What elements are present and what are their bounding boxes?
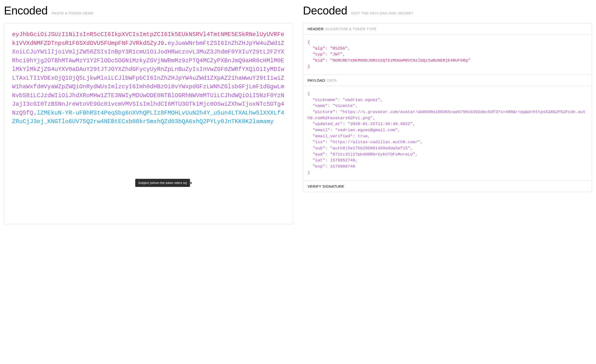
encoded-token-box[interactable]: eyJhbGciOiJSUzI1NiIsInR5cCI6IkpXVCIsImtp…: [4, 23, 293, 224]
decoded-hint: EDIT THE PAYLOAD AND SECRET: [351, 11, 414, 15]
encoded-title: Encoded: [4, 4, 48, 17]
payload-section-title: PAYLOAD: DATA: [303, 75, 592, 86]
payload-json-body[interactable]: { "nickname": "vadrian.eguez", "name": "…: [303, 86, 592, 181]
encoded-column: Encoded PASTE A TOKEN HERE eyJhbGciOiJSU…: [4, 4, 293, 224]
tooltip-text: Subject (whom the token refers to): [138, 181, 187, 185]
decoded-heading-row: Decoded EDIT THE PAYLOAD AND SECRET: [303, 4, 592, 17]
encoded-hint: PASTE A TOKEN HERE: [52, 11, 94, 15]
header-section-title: HEADER: ALGORITHM & TOKEN TYPE: [303, 23, 592, 35]
claim-tooltip: Subject (whom the token refers to): [135, 179, 190, 187]
decoded-column: Decoded EDIT THE PAYLOAD AND SECRET HEAD…: [303, 4, 592, 224]
token-payload-segment: eyJuaWNrbmFtZSI6InZhZHJpYW4uZWd1ZXoiLCJu…: [12, 40, 284, 116]
verify-signature-title: VERIFY SIGNATURE: [303, 181, 592, 192]
header-json-body[interactable]: { "alg": "RS256", "typ": "JWT", "kid": "…: [303, 35, 592, 75]
encoded-heading-row: Encoded PASTE A TOKEN HERE: [4, 4, 293, 17]
payload-label: PAYLOAD:: [308, 78, 326, 82]
header-label: HEADER:: [308, 27, 325, 31]
decoded-box: HEADER: ALGORITHM & TOKEN TYPE { "alg": …: [303, 23, 592, 192]
token-dot: .: [164, 40, 167, 47]
header-sublabel: ALGORITHM & TOKEN TYPE: [325, 27, 376, 31]
payload-sublabel: DATA: [327, 78, 337, 82]
token-signature-segment: lZMEkuN-YR-uFBhRSt4PeqSbg6nXVhQPLIz8FMOH…: [12, 110, 284, 125]
token-dot: .: [33, 110, 37, 116]
decoded-title: Decoded: [303, 4, 347, 17]
jwt-debugger-container: Encoded PASTE A TOKEN HERE eyJhbGciOiJSU…: [4, 4, 592, 224]
